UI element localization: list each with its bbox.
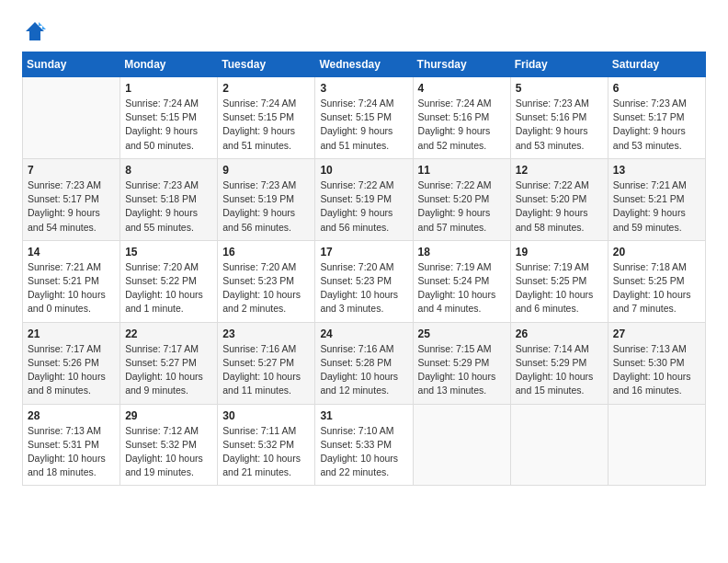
day-number: 2 <box>222 82 310 95</box>
day-info: Sunrise: 7:11 AMSunset: 5:32 PMDaylight:… <box>222 424 310 480</box>
calendar-cell: 15Sunrise: 7:20 AMSunset: 5:22 PMDayligh… <box>120 240 218 322</box>
calendar-cell: 17Sunrise: 7:20 AMSunset: 5:23 PMDayligh… <box>315 240 413 322</box>
calendar-cell: 29Sunrise: 7:12 AMSunset: 5:32 PMDayligh… <box>120 404 218 486</box>
day-info: Sunrise: 7:24 AMSunset: 5:16 PMDaylight:… <box>418 97 506 153</box>
day-number: 12 <box>516 164 603 177</box>
day-number: 24 <box>320 327 407 340</box>
calendar-cell: 3Sunrise: 7:24 AMSunset: 5:15 PMDaylight… <box>315 77 413 159</box>
day-number: 23 <box>222 327 310 340</box>
page-header <box>22 18 706 44</box>
day-number: 4 <box>418 82 506 95</box>
day-info: Sunrise: 7:22 AMSunset: 5:20 PMDaylight:… <box>516 178 603 235</box>
day-info: Sunrise: 7:18 AMSunset: 5:25 PMDaylight:… <box>613 260 700 316</box>
calendar-cell: 6Sunrise: 7:23 AMSunset: 5:17 PMDaylight… <box>608 77 705 159</box>
calendar-cell: 11Sunrise: 7:22 AMSunset: 5:20 PMDayligh… <box>413 158 510 240</box>
day-number: 10 <box>320 164 407 177</box>
calendar-cell: 5Sunrise: 7:23 AMSunset: 5:16 PMDaylight… <box>510 77 608 159</box>
day-number: 15 <box>125 246 212 259</box>
day-number: 19 <box>516 246 603 259</box>
day-info: Sunrise: 7:13 AMSunset: 5:30 PMDaylight:… <box>613 342 700 398</box>
weekday-header: Wednesday <box>315 52 413 77</box>
calendar-cell: 14Sunrise: 7:21 AMSunset: 5:21 PMDayligh… <box>23 240 120 322</box>
day-number: 30 <box>222 409 310 422</box>
calendar-cell: 9Sunrise: 7:23 AMSunset: 5:19 PMDaylight… <box>218 158 315 240</box>
calendar-cell: 24Sunrise: 7:16 AMSunset: 5:28 PMDayligh… <box>315 322 413 404</box>
day-number: 14 <box>28 246 115 259</box>
day-number: 9 <box>222 164 310 177</box>
calendar-cell <box>413 404 510 486</box>
day-info: Sunrise: 7:20 AMSunset: 5:23 PMDaylight:… <box>320 260 407 316</box>
day-info: Sunrise: 7:24 AMSunset: 5:15 PMDaylight:… <box>125 97 212 153</box>
day-info: Sunrise: 7:16 AMSunset: 5:27 PMDaylight:… <box>222 342 310 398</box>
calendar-cell: 2Sunrise: 7:24 AMSunset: 5:15 PMDaylight… <box>218 77 315 159</box>
day-number: 8 <box>125 164 212 177</box>
calendar-cell: 31Sunrise: 7:10 AMSunset: 5:33 PMDayligh… <box>315 404 413 486</box>
calendar-cell: 1Sunrise: 7:24 AMSunset: 5:15 PMDaylight… <box>120 77 218 159</box>
calendar-cell: 4Sunrise: 7:24 AMSunset: 5:16 PMDaylight… <box>413 77 510 159</box>
calendar-cell: 23Sunrise: 7:16 AMSunset: 5:27 PMDayligh… <box>218 322 315 404</box>
day-number: 21 <box>28 327 115 340</box>
day-number: 3 <box>320 82 407 95</box>
calendar-cell: 13Sunrise: 7:21 AMSunset: 5:21 PMDayligh… <box>608 158 705 240</box>
day-info: Sunrise: 7:12 AMSunset: 5:32 PMDaylight:… <box>125 424 212 480</box>
day-number: 20 <box>613 246 700 259</box>
logo <box>22 18 51 44</box>
day-info: Sunrise: 7:10 AMSunset: 5:33 PMDaylight:… <box>320 424 407 480</box>
calendar-week-row: 21Sunrise: 7:17 AMSunset: 5:26 PMDayligh… <box>23 322 706 404</box>
weekday-header: Thursday <box>413 52 510 77</box>
weekday-header: Friday <box>510 52 608 77</box>
calendar-cell: 12Sunrise: 7:22 AMSunset: 5:20 PMDayligh… <box>510 158 608 240</box>
calendar-cell: 20Sunrise: 7:18 AMSunset: 5:25 PMDayligh… <box>608 240 705 322</box>
calendar-cell: 26Sunrise: 7:14 AMSunset: 5:29 PMDayligh… <box>510 322 608 404</box>
day-info: Sunrise: 7:23 AMSunset: 5:18 PMDaylight:… <box>125 178 212 235</box>
day-info: Sunrise: 7:15 AMSunset: 5:29 PMDaylight:… <box>418 342 506 398</box>
calendar-cell: 8Sunrise: 7:23 AMSunset: 5:18 PMDaylight… <box>120 158 218 240</box>
calendar-week-row: 7Sunrise: 7:23 AMSunset: 5:17 PMDaylight… <box>23 158 706 240</box>
weekday-header: Sunday <box>23 52 120 77</box>
weekday-header: Tuesday <box>218 52 315 77</box>
weekday-header: Monday <box>120 52 218 77</box>
calendar-week-row: 14Sunrise: 7:21 AMSunset: 5:21 PMDayligh… <box>23 240 706 322</box>
day-info: Sunrise: 7:19 AMSunset: 5:25 PMDaylight:… <box>516 260 603 316</box>
day-info: Sunrise: 7:23 AMSunset: 5:16 PMDaylight:… <box>516 97 603 153</box>
day-number: 6 <box>613 82 700 95</box>
calendar-cell <box>608 404 705 486</box>
day-number: 29 <box>125 409 212 422</box>
day-number: 26 <box>516 327 603 340</box>
day-number: 22 <box>125 327 212 340</box>
calendar-cell: 25Sunrise: 7:15 AMSunset: 5:29 PMDayligh… <box>413 322 510 404</box>
calendar-cell: 30Sunrise: 7:11 AMSunset: 5:32 PMDayligh… <box>218 404 315 486</box>
calendar-header-row: SundayMondayTuesdayWednesdayThursdayFrid… <box>23 52 706 77</box>
day-info: Sunrise: 7:22 AMSunset: 5:19 PMDaylight:… <box>320 178 407 235</box>
day-info: Sunrise: 7:13 AMSunset: 5:31 PMDaylight:… <box>28 424 115 480</box>
day-number: 13 <box>613 164 700 177</box>
day-info: Sunrise: 7:16 AMSunset: 5:28 PMDaylight:… <box>320 342 407 398</box>
calendar-cell: 21Sunrise: 7:17 AMSunset: 5:26 PMDayligh… <box>23 322 120 404</box>
day-info: Sunrise: 7:21 AMSunset: 5:21 PMDaylight:… <box>28 260 115 316</box>
calendar-week-row: 1Sunrise: 7:24 AMSunset: 5:15 PMDaylight… <box>23 77 706 159</box>
day-info: Sunrise: 7:19 AMSunset: 5:24 PMDaylight:… <box>418 260 506 316</box>
day-info: Sunrise: 7:21 AMSunset: 5:21 PMDaylight:… <box>613 178 700 235</box>
calendar-cell: 22Sunrise: 7:17 AMSunset: 5:27 PMDayligh… <box>120 322 218 404</box>
logo-icon <box>22 18 48 44</box>
day-number: 7 <box>28 164 115 177</box>
calendar-week-row: 28Sunrise: 7:13 AMSunset: 5:31 PMDayligh… <box>23 404 706 486</box>
calendar-cell: 18Sunrise: 7:19 AMSunset: 5:24 PMDayligh… <box>413 240 510 322</box>
calendar-cell: 19Sunrise: 7:19 AMSunset: 5:25 PMDayligh… <box>510 240 608 322</box>
day-info: Sunrise: 7:24 AMSunset: 5:15 PMDaylight:… <box>320 97 407 153</box>
day-number: 5 <box>516 82 603 95</box>
day-number: 18 <box>418 246 506 259</box>
day-info: Sunrise: 7:24 AMSunset: 5:15 PMDaylight:… <box>222 97 310 153</box>
day-number: 25 <box>418 327 506 340</box>
calendar-cell: 27Sunrise: 7:13 AMSunset: 5:30 PMDayligh… <box>608 322 705 404</box>
day-info: Sunrise: 7:20 AMSunset: 5:22 PMDaylight:… <box>125 260 212 316</box>
weekday-header: Saturday <box>608 52 705 77</box>
calendar-cell: 16Sunrise: 7:20 AMSunset: 5:23 PMDayligh… <box>218 240 315 322</box>
day-number: 1 <box>125 82 212 95</box>
day-info: Sunrise: 7:17 AMSunset: 5:27 PMDaylight:… <box>125 342 212 398</box>
day-info: Sunrise: 7:22 AMSunset: 5:20 PMDaylight:… <box>418 178 506 235</box>
calendar-table: SundayMondayTuesdayWednesdayThursdayFrid… <box>22 52 706 486</box>
day-number: 27 <box>613 327 700 340</box>
day-info: Sunrise: 7:23 AMSunset: 5:17 PMDaylight:… <box>613 97 700 153</box>
calendar-cell: 10Sunrise: 7:22 AMSunset: 5:19 PMDayligh… <box>315 158 413 240</box>
